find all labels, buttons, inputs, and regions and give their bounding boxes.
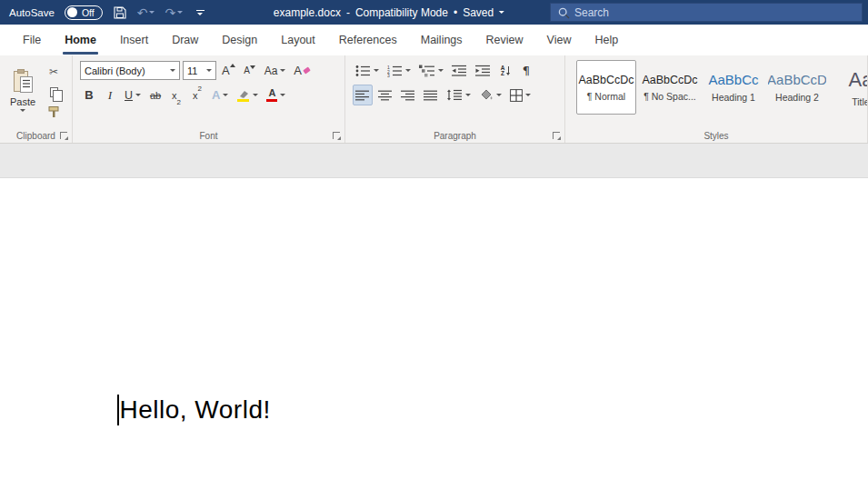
multilevel-list-button[interactable] bbox=[416, 60, 446, 81]
quick-access-toolbar: AutoSave Off ↶ ↷ bbox=[0, 4, 207, 22]
font-size-select[interactable]: 11 bbox=[183, 61, 216, 80]
paragraph-dialog-launcher[interactable] bbox=[553, 132, 560, 139]
style-heading-2[interactable]: AaBbCcD Heading 2 bbox=[767, 60, 827, 115]
style-normal-preview: AaBbCcDc bbox=[578, 74, 634, 86]
increase-indent-button[interactable] bbox=[473, 60, 494, 81]
save-status-button[interactable]: Saved bbox=[463, 6, 504, 19]
numbering-caret-icon bbox=[405, 69, 411, 72]
search-bar[interactable]: Search bbox=[550, 3, 863, 22]
strikethrough-button[interactable]: ab bbox=[146, 85, 165, 105]
font-color-icon: A bbox=[266, 88, 277, 102]
tab-insert[interactable]: Insert bbox=[108, 25, 160, 55]
tab-view[interactable]: View bbox=[535, 25, 584, 55]
document-text[interactable]: Hello, World! bbox=[120, 395, 271, 425]
style-normal-label: ¶ Normal bbox=[587, 91, 625, 102]
autosave-toggle-knob-icon bbox=[67, 7, 77, 17]
font-name-select[interactable]: Calibri (Body) bbox=[80, 61, 180, 80]
style-title[interactable]: Aa Title bbox=[831, 60, 868, 115]
document-page[interactable]: Hello, World! bbox=[0, 178, 868, 500]
font-color-bar-icon bbox=[266, 99, 277, 102]
style-title-preview: Aa bbox=[849, 68, 868, 92]
style-heading-2-preview: AaBbCcD bbox=[767, 72, 827, 87]
tab-layout[interactable]: Layout bbox=[269, 25, 327, 55]
redo-button[interactable]: ↷ bbox=[165, 4, 183, 22]
save-button[interactable] bbox=[113, 4, 127, 22]
align-center-icon bbox=[378, 90, 393, 101]
bullets-button[interactable] bbox=[353, 60, 382, 81]
doc-mode-badge: Compatibility Mode bbox=[355, 6, 448, 19]
sort-letter-z: Z bbox=[501, 71, 505, 76]
font-dialog-launcher[interactable] bbox=[333, 132, 340, 139]
justify-button[interactable] bbox=[421, 85, 441, 105]
shading-button[interactable] bbox=[476, 85, 504, 105]
tab-review[interactable]: Review bbox=[474, 25, 535, 55]
grow-font-button[interactable]: A bbox=[219, 60, 238, 81]
style-no-spacing[interactable]: AaBbCcDc ¶ No Spac... bbox=[640, 60, 700, 115]
title-dash: - bbox=[346, 6, 350, 19]
tab-references[interactable]: References bbox=[327, 25, 409, 55]
sort-button[interactable]: A Z bbox=[496, 60, 514, 81]
font-size-caret-icon bbox=[206, 69, 212, 72]
underline-button[interactable]: U bbox=[122, 85, 144, 105]
search-icon bbox=[558, 7, 570, 19]
text-effects-button[interactable]: A bbox=[209, 85, 231, 105]
show-hide-marks-button[interactable]: ¶ bbox=[517, 60, 535, 81]
clear-formatting-eraser-icon bbox=[303, 66, 311, 74]
font-name-value: Calibri (Body) bbox=[85, 65, 145, 76]
subscript-button[interactable]: x 2 bbox=[167, 85, 185, 105]
tab-home[interactable]: Home bbox=[53, 25, 108, 55]
styles-group-label: Styles bbox=[565, 131, 867, 141]
change-case-button[interactable]: Aa bbox=[262, 60, 289, 81]
paste-button[interactable]: Paste bbox=[4, 58, 42, 122]
undo-icon: ↶ bbox=[137, 6, 148, 19]
increase-indent-icon bbox=[475, 65, 491, 77]
clipboard-dialog-launcher[interactable] bbox=[60, 132, 67, 139]
bullets-caret-icon bbox=[374, 69, 379, 72]
italic-button[interactable]: I bbox=[101, 85, 119, 105]
tab-mailings[interactable]: Mailings bbox=[409, 25, 474, 55]
tab-design[interactable]: Design bbox=[210, 25, 269, 55]
copy-button[interactable] bbox=[44, 84, 64, 100]
customize-qat-button[interactable] bbox=[193, 4, 207, 22]
undo-button[interactable]: ↶ bbox=[137, 4, 155, 22]
tab-draw[interactable]: Draw bbox=[160, 25, 210, 55]
line-spacing-button[interactable] bbox=[444, 85, 474, 105]
decrease-indent-icon bbox=[452, 65, 467, 77]
save-status-label: Saved bbox=[463, 6, 494, 19]
redo-caret-icon bbox=[177, 11, 183, 14]
borders-button[interactable] bbox=[507, 85, 534, 105]
align-left-button[interactable] bbox=[353, 85, 373, 105]
autosave-toggle[interactable]: Off bbox=[65, 5, 103, 20]
style-heading-1[interactable]: AaBbCc Heading 1 bbox=[703, 60, 763, 115]
align-center-button[interactable] bbox=[375, 85, 395, 105]
format-painter-button[interactable] bbox=[44, 104, 64, 120]
paste-icon bbox=[12, 68, 35, 95]
superscript-button[interactable]: x 2 bbox=[188, 85, 206, 105]
numbering-icon: 1 2 3 bbox=[387, 65, 403, 77]
text-highlight-button[interactable] bbox=[234, 85, 261, 105]
shrink-font-button[interactable]: A bbox=[241, 60, 259, 81]
align-left-icon bbox=[355, 90, 370, 101]
decrease-indent-button[interactable] bbox=[449, 60, 470, 81]
undo-caret-icon bbox=[149, 11, 155, 14]
bold-button[interactable]: B bbox=[80, 85, 98, 105]
style-normal[interactable]: AaBbCcDc ¶ Normal bbox=[576, 60, 636, 115]
document-canvas: Hello, World! bbox=[0, 144, 868, 500]
shrink-font-icon: A bbox=[244, 65, 250, 75]
cut-button[interactable]: ✂ bbox=[44, 64, 64, 80]
numbering-button[interactable]: 1 2 3 bbox=[384, 60, 414, 81]
font-name-caret-icon bbox=[170, 69, 175, 72]
text-cursor bbox=[117, 395, 119, 425]
style-heading-1-label: Heading 1 bbox=[712, 92, 755, 103]
clear-formatting-button[interactable]: A bbox=[291, 60, 313, 81]
font-color-button[interactable]: A bbox=[264, 85, 288, 105]
autosave-label: AutoSave bbox=[9, 7, 55, 18]
word-window: AutoSave Off ↶ ↷ bbox=[0, 0, 868, 500]
superscript-mark-icon: 2 bbox=[198, 85, 202, 93]
tab-file[interactable]: File bbox=[11, 25, 53, 55]
align-right-button[interactable] bbox=[398, 85, 418, 105]
search-label: Search bbox=[574, 6, 609, 19]
tab-help[interactable]: Help bbox=[583, 25, 630, 55]
title-dot: • bbox=[454, 6, 457, 19]
clipboard-group: Paste ✂ bbox=[0, 55, 73, 143]
